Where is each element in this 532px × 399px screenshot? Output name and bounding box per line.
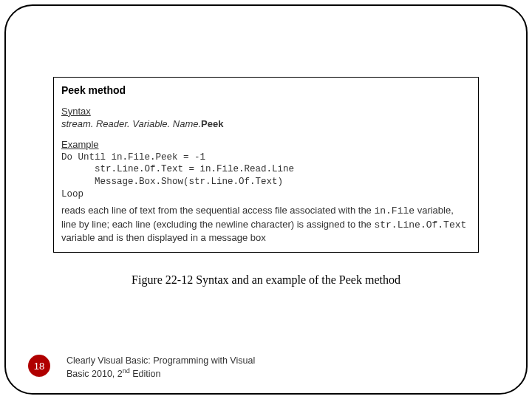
figure-box: Peek method Syntax stream. Reader. Varia… xyxy=(53,77,479,253)
page-number: 18 xyxy=(28,355,50,377)
desc-mono-1: in.File xyxy=(374,205,415,216)
box-title: Peek method xyxy=(61,83,471,98)
footer-sup: nd xyxy=(123,367,130,375)
footer-line-2b: Edition xyxy=(130,369,161,379)
syntax-line: stream. Reader. Variable. Name.Peek xyxy=(61,117,471,131)
footer-text: Clearly Visual Basic: Programming with V… xyxy=(66,355,303,380)
code-line-3: Message.Box.Show(str.Line.Of.Text) xyxy=(61,176,471,188)
syntax-variable: stream. Reader. Variable. Name xyxy=(61,118,198,129)
desc-mono-2: str.Line.Of.Text xyxy=(374,219,466,231)
example-label: Example xyxy=(61,138,471,151)
footer-line-1: Clearly Visual Basic: Programming with V… xyxy=(66,355,255,366)
example-description: reads each line of text from the sequent… xyxy=(61,204,471,245)
syntax-method: Peek xyxy=(201,118,223,129)
syntax-label: Syntax xyxy=(61,105,471,118)
figure-caption: Figure 22-12 Syntax and an example of th… xyxy=(0,273,532,287)
code-line-4: Loop xyxy=(61,188,471,201)
footer-line-2a: Basic 2010, 2 xyxy=(66,369,123,379)
desc-text-1: reads each line of text from the sequent… xyxy=(61,205,374,216)
example-block: Example Do Until in.File.Peek = -1 str.L… xyxy=(61,138,471,201)
code-line-1: Do Until in.File.Peek = -1 xyxy=(61,151,471,164)
desc-text-3: variable and is then displayed in a mess… xyxy=(61,232,266,243)
code-line-2: str.Line.Of.Text = in.File.Read.Line xyxy=(61,163,471,176)
